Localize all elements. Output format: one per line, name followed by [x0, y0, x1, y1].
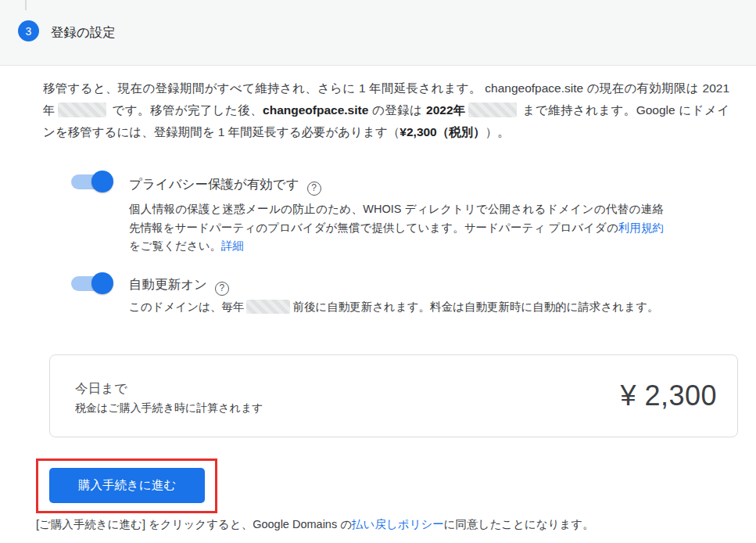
toggle-knob: [91, 171, 113, 192]
auto-renew-description: このドメインは、毎年前後に自動更新されます。料金は自動更新時に自動的に請求されま…: [129, 298, 664, 317]
red-highlight-annotation: 購入手続きに進む: [36, 458, 217, 513]
step-number-badge: 3: [18, 20, 39, 41]
redacted-text: [468, 102, 517, 117]
step-header: 3 登録の設定: [0, 0, 756, 66]
refund-policy-note: [ご購入手続きに進む] をクリックすると、Google Domains の払い戻…: [36, 517, 740, 532]
registration-settings-page: 3 登録の設定 移管すると、現在の登録期間がすべて維持され、さらに 1 年間延長…: [0, 0, 756, 543]
privacy-toggle-description: 個人情報の保護と迷惑メールの防止のため、WHOIS ディレクトリで公開されるドメ…: [129, 200, 664, 256]
help-icon[interactable]: ?: [215, 282, 229, 296]
redacted-text: [246, 300, 290, 314]
help-icon[interactable]: ?: [307, 182, 321, 196]
auto-renew-toggle[interactable]: [70, 272, 113, 294]
privacy-toggle-label-text: プライバシー保護が有効です: [129, 177, 299, 191]
privacy-toggle-label: プライバシー保護が有効です?: [129, 176, 321, 196]
step-title: 登録の設定: [51, 24, 116, 41]
redacted-text: [58, 102, 106, 117]
tax-note: 税金はご購入手続き時に計算されます: [75, 401, 263, 415]
text-link[interactable]: 利用規約: [618, 221, 664, 234]
price-period-label: 今日まで: [75, 380, 127, 397]
toggle-knob: [91, 272, 113, 294]
price-summary-box: 今日まで 税金はご購入手続き時に計算されます ¥ 2,300: [49, 354, 738, 437]
price-amount: ¥ 2,300: [620, 379, 717, 412]
text-link[interactable]: 詳細: [221, 239, 244, 252]
transfer-info-paragraph: 移管すると、現在の登録期間がすべて維持され、さらに 1 年間延長されます。 ch…: [43, 77, 729, 143]
step-connector-line: [25, 0, 27, 10]
text-link[interactable]: 払い戻しポリシー: [352, 518, 444, 530]
proceed-to-checkout-button[interactable]: 購入手続きに進む: [49, 468, 205, 503]
privacy-protection-toggle[interactable]: [70, 171, 113, 192]
auto-renew-toggle-label-text: 自動更新オン: [129, 277, 207, 291]
auto-renew-toggle-label: 自動更新オン?: [129, 276, 229, 296]
